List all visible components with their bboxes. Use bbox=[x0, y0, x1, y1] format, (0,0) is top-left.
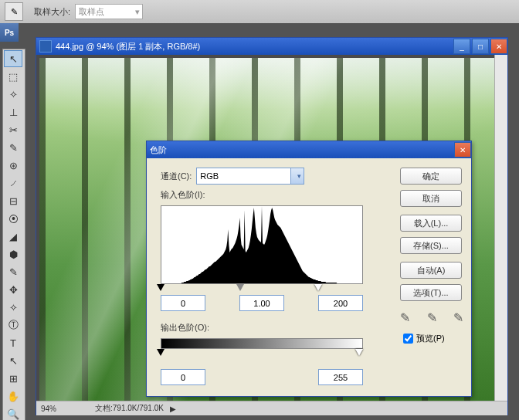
toolbox: ↖⬚✧⊥✂✎⊛⟋⊟⦿◢⬢✎✥✧ⓉT↖⊞✋🔍 bbox=[2, 49, 25, 420]
document-title: 444.jpg @ 94% (图层 1 副本, RGB/8#) bbox=[56, 41, 200, 52]
output-white-slider[interactable] bbox=[355, 349, 363, 360]
tool-8[interactable]: ⊟ bbox=[4, 192, 22, 209]
output-black-field[interactable] bbox=[161, 369, 205, 385]
vertical-scrollbar[interactable] bbox=[494, 55, 507, 401]
tool-10[interactable]: ◢ bbox=[4, 228, 22, 245]
tool-1[interactable]: ⬚ bbox=[4, 68, 22, 85]
channel-value: RGB bbox=[200, 171, 219, 181]
channel-label: 通道(C): bbox=[161, 171, 192, 182]
tool-12[interactable]: ✎ bbox=[4, 263, 22, 280]
ok-button[interactable]: 确定 bbox=[400, 168, 462, 185]
dialog-title: 色阶 bbox=[150, 144, 167, 156]
input-levels-label: 输入色阶(I): bbox=[161, 189, 205, 201]
tool-13[interactable]: ✥ bbox=[4, 281, 22, 298]
tool-20[interactable]: 🔍 bbox=[4, 405, 22, 420]
tool-2[interactable]: ✧ bbox=[4, 86, 22, 103]
eyedropper-tool-icon[interactable]: ✎ bbox=[5, 2, 23, 21]
output-slider[interactable] bbox=[161, 349, 363, 358]
black-eyedropper-icon[interactable]: ✎ bbox=[400, 310, 410, 325]
tool-14[interactable]: ✧ bbox=[4, 299, 22, 316]
tool-11[interactable]: ⬢ bbox=[4, 246, 22, 262]
tool-5[interactable]: ✎ bbox=[4, 139, 22, 156]
zoom-level[interactable]: 94% bbox=[41, 405, 80, 413]
white-point-slider[interactable] bbox=[314, 284, 322, 295]
preview-checkbox-row[interactable]: 预览(P) bbox=[400, 331, 463, 346]
output-black-slider[interactable] bbox=[157, 349, 165, 360]
histogram bbox=[161, 205, 363, 284]
tool-17[interactable]: ↖ bbox=[4, 352, 22, 369]
doc-size: 文档:791.0K/791.0K bbox=[95, 403, 164, 414]
tool-7[interactable]: ⟋ bbox=[4, 174, 22, 191]
input-slider[interactable] bbox=[161, 284, 363, 293]
preview-label: 预览(P) bbox=[416, 333, 445, 344]
tool-18[interactable]: ⊞ bbox=[4, 370, 22, 387]
status-arrow-icon[interactable]: ▶ bbox=[170, 405, 176, 413]
gray-eyedropper-icon[interactable]: ✎ bbox=[427, 310, 437, 325]
tool-4[interactable]: ✂ bbox=[4, 121, 22, 138]
sample-size-label: 取样大小: bbox=[34, 6, 70, 18]
output-gradient bbox=[161, 338, 363, 349]
sample-size-value: 取样点 bbox=[79, 6, 104, 18]
output-white-field[interactable] bbox=[318, 369, 363, 385]
close-button[interactable]: ✕ bbox=[490, 39, 507, 54]
input-gamma-field[interactable] bbox=[239, 295, 284, 311]
dialog-close-button[interactable]: ✕ bbox=[454, 142, 471, 158]
gamma-slider[interactable] bbox=[236, 284, 244, 295]
white-eyedropper-icon[interactable]: ✎ bbox=[453, 310, 463, 325]
channel-select[interactable]: RGB bbox=[196, 168, 304, 185]
tool-9[interactable]: ⦿ bbox=[4, 210, 22, 227]
levels-dialog: 色阶 ✕ 通道(C): RGB 输入色阶(I): bbox=[146, 141, 472, 397]
output-levels-label: 输出色阶(O): bbox=[161, 322, 209, 334]
tool-0[interactable]: ↖ bbox=[4, 50, 22, 67]
maximize-button[interactable]: □ bbox=[472, 39, 489, 54]
tool-19[interactable]: ✋ bbox=[4, 388, 22, 405]
file-icon bbox=[39, 40, 52, 52]
tool-16[interactable]: T bbox=[4, 334, 22, 351]
input-black-field[interactable] bbox=[161, 295, 205, 311]
tool-15[interactable]: Ⓣ bbox=[4, 317, 22, 334]
status-bar: 94% 文档:791.0K/791.0K ▶ bbox=[36, 401, 507, 415]
load-button[interactable]: 载入(L)... bbox=[400, 215, 462, 232]
minimize-button[interactable]: _ bbox=[453, 39, 470, 54]
preview-checkbox[interactable] bbox=[403, 334, 413, 344]
tool-6[interactable]: ⊛ bbox=[4, 157, 22, 174]
sample-size-dropdown[interactable]: 取样点 bbox=[75, 4, 143, 19]
dialog-titlebar[interactable]: 色阶 ✕ bbox=[147, 141, 471, 158]
tool-3[interactable]: ⊥ bbox=[4, 103, 22, 120]
ps-logo-icon: Ps bbox=[0, 23, 19, 42]
save-button[interactable]: 存储(S)... bbox=[400, 237, 462, 254]
input-white-field[interactable] bbox=[318, 295, 363, 311]
options-button[interactable]: 选项(T)... bbox=[400, 284, 462, 301]
auto-button[interactable]: 自动(A) bbox=[400, 262, 462, 279]
cancel-button[interactable]: 取消 bbox=[400, 190, 462, 207]
black-point-slider[interactable] bbox=[157, 284, 165, 295]
document-titlebar[interactable]: 444.jpg @ 94% (图层 1 副本, RGB/8#) _ □ ✕ bbox=[36, 38, 507, 55]
